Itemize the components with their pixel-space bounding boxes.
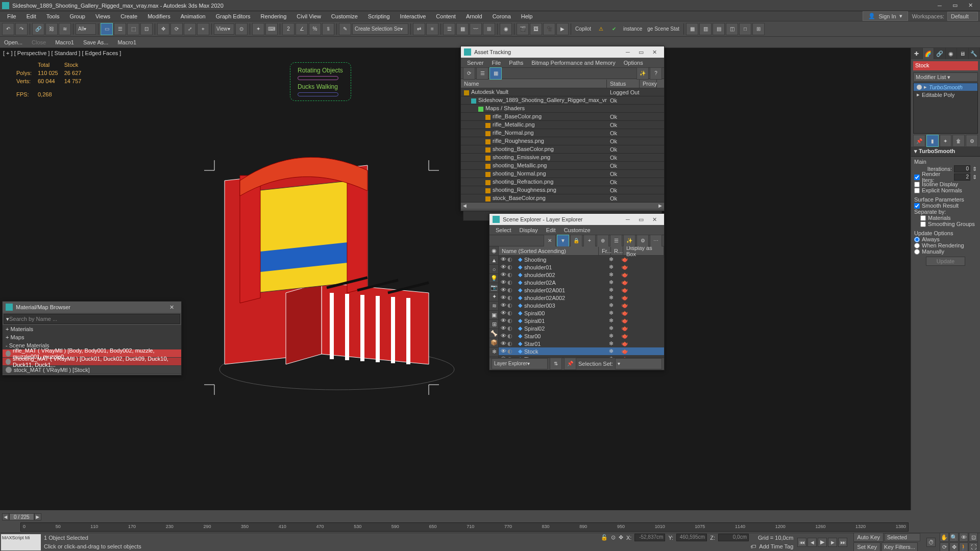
material-search-input[interactable]: ▾ Search by Name ... [4,314,180,324]
open-button[interactable]: Open... [4,39,22,45]
keyboard-shortcut-button[interactable]: ⌨ [265,23,278,35]
maximize-button[interactable]: ▭ [947,1,963,11]
se-menu-edit[interactable]: Edit [542,226,560,234]
vp-layout-4-button[interactable]: ◫ [726,23,738,35]
at-row[interactable]: Autodesk VaultLogged Out ... [461,88,664,96]
nav-fov-button[interactable]: 👁 [959,533,968,542]
se-row[interactable]: 👁◐◆shoulder003❄🫖 [499,302,664,309]
instance-button[interactable]: instance [621,23,644,35]
check-icon[interactable]: ✔ [608,23,620,35]
menu-animation[interactable]: Animation [176,12,211,20]
menu-content[interactable]: Content [431,12,461,20]
at-grid-button[interactable]: ▦ [489,67,502,80]
se-filter-space[interactable]: ≋ [489,302,499,311]
se-filter-container[interactable]: 📦 [489,338,499,347]
at-row[interactable]: Maps / Shaders [461,105,664,113]
at-list-button[interactable]: ☰ [476,67,488,80]
se-row[interactable]: 👁◐◆Spiral01❄🫖 [499,317,664,324]
render-production-button[interactable]: 🎥 [543,23,555,35]
selection-filter-dropdown[interactable]: All ▾ [76,23,96,35]
maxscript-listener[interactable]: MAXScript Mi [1,534,41,550]
at-menu-file[interactable]: File [487,59,505,67]
scene-explorer-titlebar[interactable]: Scene Explorer - Layer Explorer ─ ▭ ✕ [489,214,664,225]
make-unique-button[interactable]: ✦ [940,135,952,147]
tab-utilities[interactable]: 🔧 [969,48,981,59]
unlink-button[interactable]: ⛓ [45,23,58,35]
se-mode-dropdown[interactable]: Layer Explorer ▾ [492,358,548,369]
at-row[interactable]: rifle_Normal.pngOk [461,129,664,137]
at-row[interactable]: shooting_BaseColor.pngOk [461,145,664,154]
se-filter-button[interactable]: ▼ [557,235,569,247]
vp-layout-6-button[interactable]: ⊞ [752,23,765,35]
time-config-button[interactable]: ⏱ [926,538,936,547]
window-crossing-button[interactable]: ⊡ [140,23,153,35]
se-row[interactable]: 👁◐◆shoulder002❄🫖 [499,271,664,279]
update-button[interactable]: Update [926,257,965,266]
se-row[interactable]: 👁◐◆Star00❄🫖 [499,332,664,340]
rotate-button[interactable]: ⟳ [170,23,183,35]
se-options-button[interactable]: ⚙ [636,235,649,247]
redo-button[interactable]: ↷ [15,23,28,35]
asset-tracking-titlebar[interactable]: Asset Tracking ─ ▭ ✕ [461,46,664,58]
goto-start-button[interactable]: ⏮ [797,538,806,547]
object-name-field[interactable]: Stock [913,61,978,70]
se-newlayer-button[interactable]: + [583,235,596,247]
at-col-proxy[interactable]: Proxy [640,80,657,88]
use-center-button[interactable]: ⊙ [235,23,248,35]
panel-minimize-button[interactable]: ─ [621,215,634,224]
mat-item-shooting[interactable]: shooting_MAT ( VRayMtl ) [Duck01, Duck02… [3,358,181,366]
menu-file[interactable]: File [2,12,21,20]
viewport[interactable]: [ + ] [ Perspective ] [ Standard ] [ Edg… [0,48,911,510]
y-coord-input[interactable]: 460,595cm [676,534,707,541]
menu-edit[interactable]: Edit [21,12,41,20]
isolate-icon[interactable]: ⊙ [611,534,616,541]
workspaces-dropdown[interactable]: Default [947,12,978,21]
undo-button[interactable]: ↶ [2,23,14,35]
macro1-button[interactable]: Macro1 [55,39,74,45]
at-row[interactable]: Sideshow_1889_Shooting_Gallery_Rigged_ma… [461,96,664,105]
close-button[interactable]: ✕ [963,1,978,11]
update-render-radio[interactable] [914,243,920,248]
scale-button[interactable]: ⤢ [184,23,196,35]
se-highlight-button[interactable]: ✨ [623,235,635,247]
se-filter-helpers[interactable]: ✦ [489,292,499,302]
nav-walk-button[interactable]: 🚶 [959,542,968,551]
at-row[interactable]: shooting_Normal.pngOk [461,170,664,178]
select-object-button[interactable]: ▭ [101,23,113,35]
at-menu-bitmap[interactable]: Bitmap Performance and Memory [527,59,619,67]
move-button[interactable]: ✥ [157,23,169,35]
saveas-button[interactable]: Save As... [83,39,109,45]
material-browser-titlebar[interactable]: Material/Map Browser ✕ [3,302,181,313]
se-filter-shapes[interactable]: ○ [489,265,499,274]
update-manual-radio[interactable] [914,249,920,255]
spinner-arrows-icon[interactable]: ⇕ [972,174,977,181]
time-prev-button[interactable]: ◄ [2,513,9,520]
schematic-view-button[interactable]: ⊞ [483,23,495,35]
se-addlayer-button[interactable]: ⊕ [597,235,609,247]
se-pin-button[interactable]: 📌 [564,358,576,370]
select-rect-button[interactable]: ⬚ [127,23,139,35]
prev-frame-button[interactable]: ◄ [807,538,817,547]
isoline-checkbox[interactable] [914,182,920,187]
render-frame-button[interactable]: 🖼 [530,23,542,35]
menu-help[interactable]: Help [516,12,538,20]
se-row[interactable]: 👁◐◆shoulder02A002❄🫖 [499,294,664,302]
snap-2d-button[interactable]: 2 [282,23,295,35]
se-selset-dropdown[interactable]: ▾ [615,358,662,369]
se-row[interactable]: 👁◐◆Tie❄🫖 [499,355,664,358]
panel-close-button[interactable]: ✕ [648,47,661,57]
show-end-result-button[interactable]: ▮ [926,135,939,147]
sep-groups-checkbox[interactable] [920,221,926,227]
at-row[interactable]: rifle_BaseColor.pngOk [461,113,664,121]
se-row[interactable]: 👁◐◆shoulder02A001❄🫖 [499,286,664,294]
mat-cat-materials[interactable]: + Materials [3,325,181,333]
overlay-rotating-slider[interactable] [298,76,338,80]
nav-orbit-button[interactable]: ⟳ [940,542,949,551]
se-col-frozen[interactable]: Fr... [599,247,611,255]
render-setup-button[interactable]: 🎬 [517,23,529,35]
se-row[interactable]: 👁◐◆shoulder02A❄🫖 [499,279,664,286]
at-col-name[interactable]: Name [461,80,607,88]
at-menu-server[interactable]: Server [463,59,487,67]
goto-end-button[interactable]: ⏭ [838,538,847,547]
time-next-button[interactable]: ► [34,513,41,520]
